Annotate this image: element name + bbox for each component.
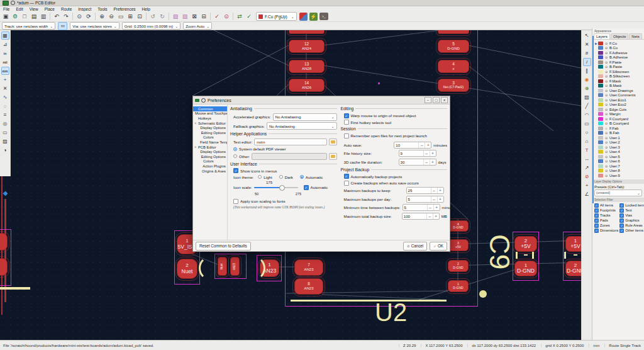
- drc-icon[interactable]: ✓: [213, 12, 221, 21]
- layer-color-swatch[interactable]: [598, 89, 603, 93]
- layer-color-swatch[interactable]: [598, 55, 603, 59]
- filter-checkbox[interactable]: [594, 218, 599, 223]
- layer-row[interactable]: ⊙B.Cu: [595, 46, 643, 51]
- measure-tool-icon[interactable]: ∠: [583, 190, 591, 198]
- layer-color-swatch[interactable]: [598, 131, 603, 135]
- pcb-pad[interactable]: 2D-GND: [448, 260, 469, 272]
- presets-select[interactable]: (unsaved) ⌄: [594, 189, 642, 196]
- stepper-increment[interactable]: +: [425, 142, 431, 148]
- eye-icon[interactable]: ⊙: [604, 60, 608, 64]
- pdf-default-radio[interactable]: [233, 147, 237, 151]
- silkscreen-ref-text[interactable]: C9: [484, 234, 515, 269]
- via-size-select[interactable]: Via: use netclass sizes ⌄: [70, 22, 119, 30]
- add-leader-tool-icon[interactable]: ↗: [583, 164, 591, 172]
- layer-color-swatch[interactable]: [598, 121, 603, 125]
- fallback-graphics-select[interactable]: No Antialiasing ⌄: [267, 122, 337, 130]
- maximize-icon[interactable]: ▢: [433, 97, 440, 103]
- stepper-increment[interactable]: +: [433, 213, 439, 219]
- add-via-tool-icon[interactable]: ◉: [583, 76, 591, 84]
- menu-tools[interactable]: Tools: [94, 7, 110, 11]
- eye-icon[interactable]: ⊙: [604, 74, 608, 78]
- add-text-tool-icon[interactable]: T: [583, 146, 591, 154]
- icon-scale-auto-checkbox[interactable]: [304, 185, 309, 190]
- apply-icon-scaling-checkbox[interactable]: [233, 199, 238, 204]
- layer-row[interactable]: ⊙F.Silkscreen: [595, 69, 643, 74]
- draw-polygon-tool-icon[interactable]: ⌂: [583, 137, 591, 145]
- layer-row[interactable]: ⊙User.Drawings: [595, 88, 643, 93]
- eye-icon[interactable]: ⊙: [604, 117, 608, 121]
- pcb-pad[interactable]: 1D-GND: [448, 280, 469, 292]
- undo-icon[interactable]: ↶: [52, 12, 61, 21]
- eye-closed-icon[interactable]: ⊘: [604, 127, 608, 130]
- pcb-pad[interactable]: 14AN26: [289, 79, 325, 92]
- route-tracks-tool-icon[interactable]: /: [583, 58, 591, 66]
- curved-ratsnest-icon[interactable]: ∿: [1, 93, 9, 101]
- layer-row[interactable]: ⊙B.Silkscreen: [595, 74, 643, 79]
- layer-color-swatch[interactable]: [598, 65, 603, 69]
- eye-icon[interactable]: ⊙: [604, 112, 608, 116]
- zone-outline-mode-icon[interactable]: ▨: [1, 137, 9, 145]
- filter-checkbox[interactable]: [594, 203, 599, 208]
- layer-row[interactable]: ⊘F.Fab: [595, 126, 643, 131]
- expander-icon[interactable]: ∨: [194, 121, 197, 125]
- eye-icon[interactable]: ⊙: [604, 46, 608, 50]
- group-icon[interactable]: ▧: [171, 12, 180, 21]
- eye-icon[interactable]: ⊙: [604, 51, 608, 55]
- layer-row[interactable]: ⊙User.Eco1: [595, 98, 643, 103]
- tab-objects[interactable]: Objects: [611, 33, 628, 39]
- pcb-pad[interactable]: 4D-GND: [448, 220, 469, 232]
- layer-color-swatch[interactable]: [598, 150, 603, 154]
- stepper-increment[interactable]: +: [433, 205, 440, 210]
- pcb-pad[interactable]: 8AN23: [294, 278, 323, 295]
- icon-scale-slider[interactable]: [254, 184, 298, 190]
- local-ratsnest-tool-icon[interactable]: #: [583, 49, 591, 57]
- window-titlebar[interactable]: *adum — PCB Editor: [0, 0, 644, 6]
- cancel-button[interactable]: Cancel: [403, 242, 427, 251]
- tab-layers[interactable]: Layers: [594, 33, 610, 39]
- show-icons-checkbox[interactable]: [233, 168, 238, 173]
- polar-coordinates-icon[interactable]: ⊿: [1, 40, 9, 48]
- page-settings-icon[interactable]: □: [20, 12, 29, 21]
- tree-item-mouse-and-touchpad[interactable]: Mouse and Touchpad: [193, 111, 227, 116]
- layer-color-swatch[interactable]: [598, 159, 603, 163]
- browse-folder-icon[interactable]: [329, 138, 337, 145]
- add-dimension-tool-icon[interactable]: ↔: [583, 155, 591, 163]
- pad-outline-mode-icon[interactable]: ▭: [1, 128, 9, 137]
- layer-row[interactable]: ⊙User.5: [595, 154, 643, 159]
- layer-row[interactable]: ⊙B.Courtyard: [595, 121, 643, 127]
- active-layer-select[interactable]: F.Cu (PgUp)⌄: [256, 12, 297, 21]
- pcb-pad[interactable]: 1D-GND: [514, 261, 537, 276]
- layer-color-swatch[interactable]: [598, 140, 603, 144]
- tree-item-schematic-editor[interactable]: ∨Schematic Editor: [193, 121, 227, 126]
- menu-route[interactable]: Route: [58, 7, 75, 11]
- file-history-stepper[interactable]: 9 – +: [399, 150, 436, 157]
- theme-auto-radio[interactable]: [300, 175, 304, 179]
- tree-item-action-plugins[interactable]: Action Plugins: [193, 164, 227, 169]
- show-grid-icon[interactable]: ▦: [1, 31, 9, 40]
- pcb-pad[interactable]: 13AN28: [289, 60, 325, 73]
- close-icon[interactable]: ✕: [441, 97, 448, 103]
- tree-item-origins-axes[interactable]: Origins & Axes: [193, 169, 227, 174]
- draw-circle-tool-icon[interactable]: ○: [583, 128, 591, 137]
- ratsnest-mode-icon[interactable]: ◌: [1, 102, 9, 110]
- rotate-ccw-icon[interactable]: ↺: [148, 12, 157, 21]
- crosshair-cursor-icon[interactable]: +: [1, 76, 9, 84]
- layer-row[interactable]: ⊙B.Paste: [595, 65, 643, 70]
- layer-row[interactable]: ⊙User.Comments: [595, 93, 643, 98]
- stepper-decrement[interactable]: –: [423, 150, 430, 156]
- menu-view[interactable]: View: [26, 7, 42, 11]
- layer-row[interactable]: ⊙B.Mask: [595, 84, 643, 89]
- layer-row[interactable]: ⊙F.Paste: [595, 60, 643, 65]
- eye-icon[interactable]: ⊙: [604, 121, 608, 125]
- pcb-pad[interactable]: 5D-GND: [438, 40, 469, 53]
- pdf-other-radio[interactable]: [233, 154, 237, 158]
- stepper-increment[interactable]: +: [437, 188, 443, 193]
- stepper-increment[interactable]: +: [430, 150, 436, 156]
- hide-ratsnest-icon[interactable]: ✕: [1, 84, 9, 93]
- layer-color-swatch[interactable]: [598, 136, 603, 140]
- eye-icon[interactable]: ⊙: [604, 65, 608, 69]
- drc-report-icon[interactable]: ⊙: [222, 12, 231, 21]
- high-contrast-mode-icon[interactable]: ◑: [1, 146, 9, 154]
- plot-icon[interactable]: ▥: [39, 12, 48, 21]
- footprint-checks-icon[interactable]: ✓: [245, 12, 253, 21]
